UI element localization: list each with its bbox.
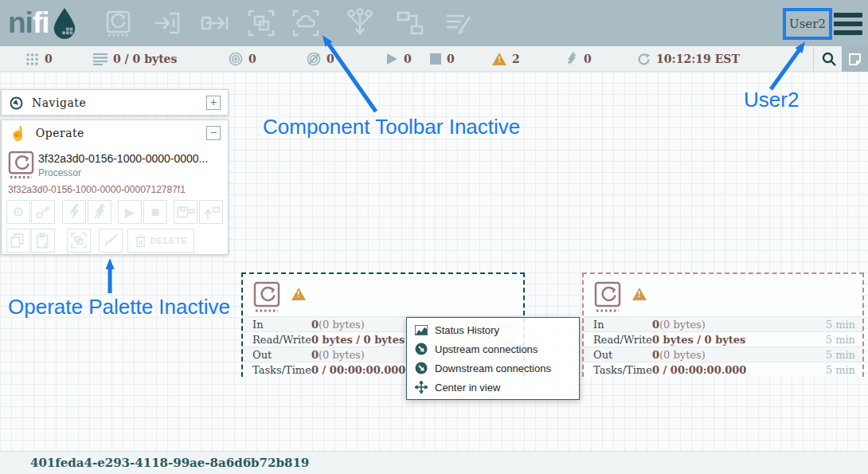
active-threads-count: 0 (45, 53, 53, 65)
stop-button[interactable]: ■ (143, 200, 167, 224)
upload-template-button[interactable] (199, 200, 223, 224)
disable-button[interactable] (88, 200, 111, 224)
annotation-user: User2 (744, 88, 799, 112)
not-transmitting-count: 0 (326, 53, 334, 65)
configure-button[interactable]: ⚙ (6, 200, 30, 224)
status-transmitting: 0 (229, 46, 256, 72)
input-port-icon[interactable] (153, 7, 185, 39)
queued-icon (93, 53, 108, 65)
current-user-badge: User2 (783, 8, 832, 40)
context-menu: Status History Upstream connections Down… (406, 317, 580, 400)
remote-process-group-icon[interactable] (290, 7, 322, 39)
navigate-palette: Navigate + (1, 89, 229, 116)
status-refresh[interactable]: 10:12:19 EST (637, 46, 740, 72)
stat-row-tasks: Tasks/Time 0 / 00:00:00.000 5 min (584, 362, 862, 377)
save-template-button[interactable] (174, 200, 197, 224)
disabled-count: 0 (584, 53, 592, 65)
annotation-component-toolbar: Component Toolbar Inactive (263, 115, 520, 139)
delete-button[interactable]: DELETE (127, 229, 194, 253)
fill-color-button[interactable] (99, 229, 123, 253)
menu-item-status-history[interactable]: Status History (407, 320, 579, 339)
status-invalid: ! 2 (492, 46, 520, 72)
hand-pointer-icon: ☝ (10, 127, 27, 140)
stopped-count: 0 (447, 53, 455, 65)
copy-icon (9, 231, 28, 250)
processor-warning-icon: ! (291, 288, 306, 300)
bulletin-board-button[interactable] (842, 46, 868, 72)
active-threads-icon (25, 53, 39, 66)
enable-button[interactable] (62, 200, 86, 224)
bolt-icon (67, 204, 81, 220)
search-button[interactable] (815, 46, 842, 72)
search-icon (822, 52, 836, 66)
selected-component-id: 3f32a3d0-0156-1000-0000-0000712787f1 (8, 184, 186, 195)
selected-component-type: Processor (38, 167, 81, 178)
stopped-icon (430, 53, 441, 65)
group-button[interactable] (67, 229, 91, 253)
paste-icon (33, 231, 53, 250)
selected-processor-icon (8, 151, 34, 180)
floppy-icon (176, 202, 195, 221)
queued-count: 0 / 0 bytes (113, 53, 177, 65)
status-disabled: 0 (565, 46, 592, 72)
trash-icon (135, 234, 147, 248)
upload-icon (201, 202, 221, 221)
status-running: 0 (386, 46, 412, 72)
status-queued: 0 / 0 bytes (93, 46, 177, 72)
logo-ni: ni (8, 6, 33, 40)
nifi-drop-icon (51, 6, 78, 41)
status-history-icon (415, 325, 428, 335)
stat-row-out: Out 0 (0 bytes) 5 min (584, 347, 862, 362)
center-in-view-icon (415, 381, 428, 394)
annotation-operate-palette: Operate Palette Inactive (8, 295, 230, 319)
navigate-title: Navigate (32, 96, 86, 109)
copy-button[interactable] (6, 229, 30, 253)
compass-icon (10, 96, 23, 110)
nifi-app: nifi (0, 0, 868, 474)
access-policies-button[interactable] (31, 200, 55, 224)
processor-icon[interactable] (102, 7, 134, 39)
warning-icon: ! (492, 53, 506, 65)
current-user-label: User2 (789, 17, 826, 31)
upstream-connections-icon (415, 343, 428, 355)
nifi-logo: nifi (8, 5, 78, 41)
menu-item-center-in-view[interactable]: Center in view (407, 378, 579, 397)
stat-row-readwrite: Read/Write 0 bytes / 0 bytes 5 min (584, 331, 862, 347)
status-bar-separator (813, 46, 814, 72)
transmitting-icon (229, 52, 243, 66)
paste-button[interactable] (31, 229, 55, 253)
logo-fi: fi (33, 6, 49, 40)
operate-collapse-button[interactable]: − (206, 126, 221, 140)
process-group-id: 401feda4-e293-4118-99ae-8a6d6b72b819 (30, 456, 309, 470)
invalid-count: 2 (512, 53, 520, 65)
downstream-connections-icon (415, 362, 428, 374)
global-menu-button[interactable] (834, 13, 862, 35)
start-button[interactable]: ▶ (118, 200, 142, 224)
stat-row-in: In 0 (0 bytes) 5 min (584, 316, 862, 331)
label-icon[interactable] (443, 7, 475, 39)
process-group-icon[interactable] (245, 7, 277, 39)
status-active-threads: 0 (25, 46, 53, 72)
group-icon (69, 231, 88, 250)
last-refreshed-time: 10:12:19 EST (656, 53, 740, 65)
funnel-icon[interactable] (344, 7, 376, 39)
selected-component-name: 3f32a3d0-0156-1000-0000-0000... (38, 152, 223, 165)
processor-glyph-icon (253, 281, 280, 313)
running-count: 0 (404, 53, 412, 65)
refresh-icon[interactable] (637, 53, 651, 66)
output-port-icon[interactable] (199, 7, 231, 39)
note-icon (848, 53, 862, 66)
menu-item-upstream-connections[interactable]: Upstream connections (407, 339, 579, 358)
brush-icon (101, 231, 120, 250)
menu-item-downstream-connections[interactable]: Downstream connections (407, 358, 579, 378)
navigate-expand-button[interactable]: + (206, 96, 221, 110)
key-icon (34, 203, 52, 221)
template-icon[interactable] (394, 7, 426, 39)
navigate-header[interactable]: Navigate (2, 90, 228, 116)
footer-bar: 401feda4-e293-4118-99ae-8a6d6b72b819 (0, 451, 868, 474)
disabled-icon (565, 53, 578, 65)
operate-header[interactable]: ☝ Operate (2, 120, 228, 146)
operate-palette: ☝ Operate − 3f32a3d0-0156-1000-0000-0000… (1, 119, 229, 255)
status-stopped: 0 (430, 46, 455, 72)
processor-component[interactable]: ! In 0 (0 bytes) 5 min Read/Write 0 byte… (582, 272, 864, 377)
